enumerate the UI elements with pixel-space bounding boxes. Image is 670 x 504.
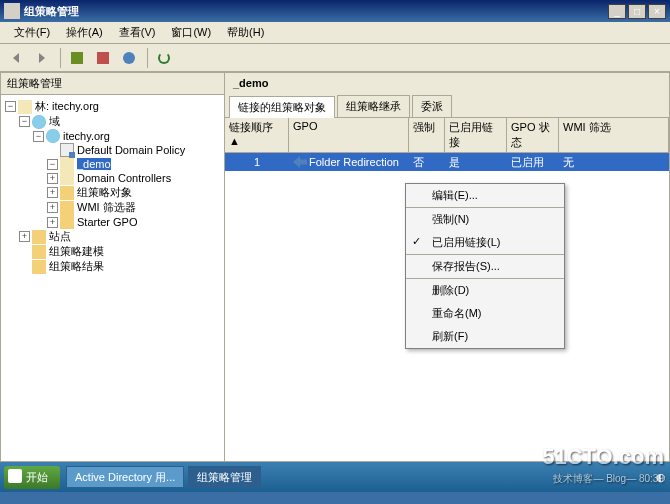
tree[interactable]: −林: itechy.org −域 −itechy.org Default Do…	[1, 95, 224, 461]
context-menu: 编辑(E)... 强制(N) 已启用链接(L) 保存报告(S)... 删除(D)…	[405, 183, 565, 349]
tabs: 链接的组策略对象 组策略继承 委派	[225, 93, 669, 118]
menu-help[interactable]: 帮助(H)	[219, 23, 272, 42]
gpo-link-icon	[293, 156, 307, 168]
forward-button[interactable]	[30, 47, 54, 69]
window-title: 组策略管理	[24, 4, 606, 19]
grid-body[interactable]: 1 Folder Redirection 否 是 已启用 无 编辑(E)... …	[225, 153, 669, 461]
tree-title: 组策略管理	[1, 73, 224, 95]
title-bar: 组策略管理 _ □ ×	[0, 0, 670, 22]
menu-window[interactable]: 窗口(W)	[163, 23, 219, 42]
taskbar-app-ad[interactable]: Active Directory 用...	[66, 466, 184, 488]
results-icon	[32, 260, 46, 274]
col-wmi[interactable]: WMI 筛选	[559, 118, 669, 152]
col-order[interactable]: 链接顺序 ▲	[225, 118, 289, 152]
close-button[interactable]: ×	[648, 4, 666, 19]
tree-pane: 组策略管理 −林: itechy.org −域 −itechy.org Defa…	[0, 72, 225, 462]
expand-icon[interactable]: +	[47, 202, 58, 213]
domain-icon	[46, 129, 60, 143]
tool-add-button[interactable]	[65, 47, 89, 69]
toolbar	[0, 44, 670, 72]
menu-action[interactable]: 操作(A)	[58, 23, 111, 42]
ctx-force[interactable]: 强制(N)	[406, 207, 564, 231]
back-button[interactable]	[4, 47, 28, 69]
tool-refresh-button[interactable]	[152, 47, 176, 69]
ctx-refresh[interactable]: 刷新(F)	[406, 325, 564, 348]
start-button[interactable]: 开始	[4, 466, 60, 489]
grid-header: 链接顺序 ▲ GPO 强制 已启用链接 GPO 状态 WMI 筛选	[225, 118, 669, 153]
tab-inheritance[interactable]: 组策略继承	[337, 95, 410, 117]
details-header: _demo	[225, 73, 669, 93]
folder-icon	[60, 186, 74, 200]
ou-icon	[60, 171, 74, 185]
ctx-edit[interactable]: 编辑(E)...	[406, 184, 564, 207]
col-linked[interactable]: 已启用链接	[445, 118, 507, 152]
minimize-button[interactable]: _	[608, 4, 626, 19]
expand-icon[interactable]: −	[47, 159, 58, 170]
watermark: 51CTO.com	[542, 444, 664, 470]
details-pane: _demo 链接的组策略对象 组策略继承 委派 链接顺序 ▲ GPO 强制 已启…	[225, 72, 670, 462]
domain-icon	[32, 115, 46, 129]
tree-selected[interactable]: _demo	[77, 158, 111, 170]
sites-icon	[32, 230, 46, 244]
expand-icon[interactable]: +	[47, 173, 58, 184]
ctx-rename[interactable]: 重命名(M)	[406, 302, 564, 325]
watermark-sub: 技术博客— Blog— 80:39	[553, 472, 664, 486]
app-icon	[4, 3, 20, 19]
menu-bar: 文件(F) 操作(A) 查看(V) 窗口(W) 帮助(H)	[0, 22, 670, 44]
menu-file[interactable]: 文件(F)	[6, 23, 58, 42]
gpo-icon	[60, 143, 74, 157]
col-forced[interactable]: 强制	[409, 118, 445, 152]
col-status[interactable]: GPO 状态	[507, 118, 559, 152]
col-gpo[interactable]: GPO	[289, 118, 409, 152]
folder-icon	[60, 201, 74, 215]
tab-delegation[interactable]: 委派	[412, 95, 452, 117]
expand-icon[interactable]: +	[19, 231, 30, 242]
ctx-save-report[interactable]: 保存报告(S)...	[406, 254, 564, 278]
ctx-delete[interactable]: 删除(D)	[406, 278, 564, 302]
forest-icon	[18, 100, 32, 114]
tab-linked-gpo[interactable]: 链接的组策略对象	[229, 96, 335, 118]
expand-icon[interactable]: +	[47, 217, 58, 228]
ou-icon	[60, 157, 74, 171]
ctx-enable-link[interactable]: 已启用链接(L)	[406, 231, 564, 254]
tool-delete-button[interactable]	[91, 47, 115, 69]
expand-icon[interactable]: −	[19, 116, 30, 127]
taskbar-app-gpmc[interactable]: 组策略管理	[188, 466, 261, 488]
expand-icon[interactable]: +	[47, 187, 58, 198]
maximize-button[interactable]: □	[628, 4, 646, 19]
tool-help-button[interactable]	[117, 47, 141, 69]
expand-icon[interactable]: −	[33, 131, 44, 142]
modeling-icon	[32, 245, 46, 259]
folder-icon	[60, 215, 74, 229]
menu-view[interactable]: 查看(V)	[111, 23, 164, 42]
expand-icon[interactable]: −	[5, 101, 16, 112]
table-row[interactable]: 1 Folder Redirection 否 是 已启用 无	[225, 153, 669, 171]
